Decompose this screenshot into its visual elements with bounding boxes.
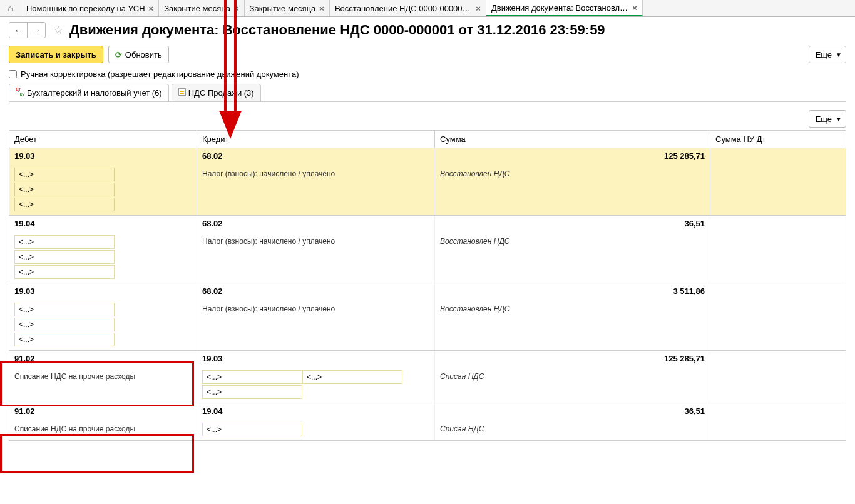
- subtab-vat-sales[interactable]: НДС Продажи (3): [172, 84, 261, 101]
- tab-item[interactable]: Движения документа: Восстановление НДС 0…: [486, 0, 643, 16]
- col-sum-nu[interactable]: Сумма НУ Дт: [710, 131, 846, 148]
- manual-correction-label: Ручная корректировка (разрешает редактир…: [21, 69, 299, 79]
- nav-forward-button[interactable]: →: [27, 22, 46, 38]
- app-tabbar: ⌂ Помощник по переходу на УСН× Закрытие …: [0, 0, 855, 17]
- tab-label: Закрытие месяца: [250, 4, 316, 13]
- nav-back-button[interactable]: ←: [9, 22, 28, 38]
- table-row[interactable]: 91.0219.03125 285,71: [9, 351, 846, 367]
- col-credit[interactable]: Кредит: [197, 131, 435, 148]
- sum-value: 36,51: [435, 403, 710, 420]
- subconto-field[interactable]: <...>: [14, 250, 115, 264]
- manual-correction-checkbox[interactable]: [9, 70, 17, 78]
- sum-nu-detail: [710, 231, 846, 283]
- subconto-field[interactable]: <...>: [14, 333, 115, 346]
- table-row[interactable]: 19.0368.023 511,86: [9, 283, 846, 300]
- tab-label: Помощник по переходу на УСН: [26, 4, 145, 13]
- credit-text: Налог (взносы): начислено / уплачено: [202, 168, 429, 180]
- home-tab[interactable]: ⌂: [0, 0, 21, 16]
- save-close-button[interactable]: Записать и закрыть: [9, 46, 103, 63]
- credit-account: 68.02: [197, 148, 435, 164]
- sum-nu-detail: [710, 299, 846, 351]
- credit-account: 68.02: [197, 216, 435, 232]
- sum-detail: Восстановлен НДС: [435, 299, 710, 351]
- table-row-detail[interactable]: Списание НДС на прочие расходы<...><...>…: [9, 366, 846, 403]
- more-label: Еще: [816, 114, 832, 124]
- table-row-detail[interactable]: <...><...><...>Налог (взносы): начислено…: [9, 164, 846, 216]
- subconto-field[interactable]: <...>: [302, 370, 402, 384]
- subconto-field[interactable]: <...>: [202, 423, 302, 436]
- close-icon[interactable]: ×: [476, 4, 481, 13]
- manual-correction-row: Ручная корректировка (разрешает редактир…: [0, 69, 855, 84]
- debit-detail: <...><...><...>: [9, 164, 197, 216]
- credit-account: 19.03: [197, 351, 435, 367]
- operation-text: Восстановлен НДС: [440, 235, 705, 248]
- tab-item[interactable]: Восстановление НДС 0000-000001 от 31.12.…: [330, 0, 486, 16]
- sum-value: 125 285,71: [435, 351, 710, 367]
- table-row[interactable]: 91.0219.0436,51: [9, 403, 846, 420]
- subtabs: Бухгалтерский и налоговый учет (6) НДС П…: [9, 84, 846, 102]
- sum-nu-value: [710, 351, 846, 367]
- page-title: Движения документа: Восстановление НДС 0…: [69, 22, 605, 38]
- subconto-field[interactable]: <...>: [14, 168, 115, 181]
- debit-detail: Списание НДС на прочие расходы: [9, 419, 197, 441]
- subtab-accounting[interactable]: Бухгалтерский и налоговый учет (6): [9, 84, 169, 101]
- close-icon[interactable]: ×: [632, 3, 637, 13]
- subconto-field[interactable]: <...>: [202, 370, 302, 384]
- subconto-field[interactable]: <...>: [202, 385, 302, 399]
- debit-account: 91.02: [9, 403, 197, 420]
- credit-detail: <...><...><...>: [197, 366, 435, 403]
- tab-item[interactable]: Закрытие месяца×: [159, 0, 244, 16]
- arrow-left-icon: ←: [14, 26, 23, 35]
- sum-nu-value: [710, 216, 846, 232]
- subtab-label: Бухгалтерский и налоговый учет (6): [27, 88, 162, 98]
- more-dropdown[interactable]: Еще▼: [809, 46, 846, 63]
- tab-item[interactable]: Помощник по переходу на УСН×: [21, 0, 159, 16]
- table-row-detail[interactable]: <...><...><...>Налог (взносы): начислено…: [9, 299, 846, 351]
- sum-detail: Списан НДС: [435, 419, 710, 441]
- sum-nu-detail: [710, 419, 846, 441]
- debit-text: Списание НДС на прочие расходы: [14, 370, 192, 383]
- table-row[interactable]: 19.0468.0236,51: [9, 216, 846, 232]
- operation-text: Списан НДС: [440, 370, 705, 383]
- col-debit[interactable]: Дебет: [9, 131, 197, 148]
- grid-more-dropdown[interactable]: Еще▼: [809, 110, 846, 128]
- table-row[interactable]: 19.0368.02125 285,71: [9, 148, 846, 164]
- sum-detail: Восстановлен НДС: [435, 164, 710, 216]
- subconto-field[interactable]: <...>: [14, 303, 115, 316]
- favorite-icon[interactable]: ☆: [53, 23, 63, 37]
- debit-detail: <...><...><...>: [9, 299, 197, 351]
- subconto-field[interactable]: <...>: [14, 235, 115, 249]
- credit-detail: <...>: [197, 419, 435, 441]
- close-icon[interactable]: ×: [319, 4, 324, 13]
- table-row-detail[interactable]: Списание НДС на прочие расходы<...>Списа…: [9, 419, 846, 441]
- sum-nu-value: [710, 283, 846, 300]
- tab-item[interactable]: Закрытие месяца×: [245, 0, 330, 16]
- col-sum[interactable]: Сумма: [435, 131, 710, 148]
- debit-account: 91.02: [9, 351, 197, 367]
- close-icon[interactable]: ×: [149, 4, 154, 13]
- debit-detail: <...><...><...>: [9, 231, 197, 283]
- dt-kt-icon: [16, 88, 24, 98]
- debit-text: Списание НДС на прочие расходы: [14, 423, 192, 435]
- sum-nu-value: [710, 148, 846, 164]
- subconto-field[interactable]: <...>: [14, 265, 115, 279]
- sum-value: 125 285,71: [435, 148, 710, 164]
- subconto-field[interactable]: <...>: [14, 183, 115, 196]
- tab-label: Восстановление НДС 0000-000001 от 31.12.…: [335, 4, 472, 13]
- close-icon[interactable]: ×: [234, 4, 239, 13]
- table-row-detail[interactable]: <...><...><...>Налог (взносы): начислено…: [9, 231, 846, 283]
- refresh-button[interactable]: ⟳Обновить: [108, 46, 169, 63]
- debit-account: 19.03: [9, 283, 197, 300]
- debit-account: 19.03: [9, 148, 197, 164]
- sum-detail: Списан НДС: [435, 366, 710, 403]
- subconto-field[interactable]: <...>: [14, 198, 115, 211]
- subconto-field[interactable]: <...>: [14, 318, 115, 331]
- debit-detail: Списание НДС на прочие расходы: [9, 366, 197, 403]
- arrow-right-icon: →: [33, 26, 41, 35]
- accounting-grid: Дебет Кредит Сумма Сумма НУ Дт 19.0368.0…: [9, 130, 846, 441]
- tab-label: Закрытие месяца: [164, 4, 230, 13]
- content: Еще▼ Дебет Кредит Сумма Сумма НУ Дт 19.0…: [0, 101, 855, 441]
- credit-detail: Налог (взносы): начислено / уплачено: [197, 164, 435, 216]
- sum-nu-detail: [710, 164, 846, 216]
- sum-value: 3 511,86: [435, 283, 710, 300]
